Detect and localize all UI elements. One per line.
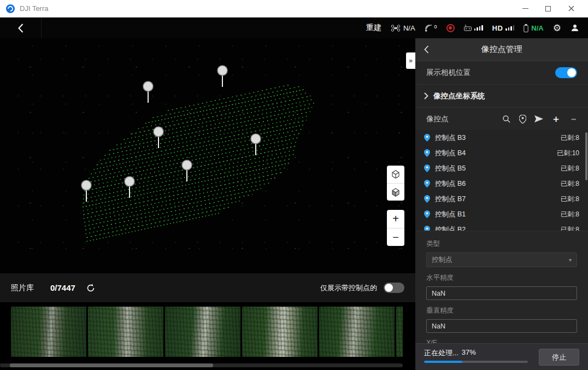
map-3d-viewport[interactable]: » + −	[0, 38, 415, 273]
photo-thumbnail[interactable]	[242, 307, 317, 357]
gcp-name: 控制点 B7	[435, 195, 466, 204]
show-camera-position-toggle[interactable]	[555, 67, 577, 78]
show-camera-position-row: 展示相机位置	[415, 61, 588, 85]
aircraft-status: N/A	[391, 24, 415, 32]
refresh-icon	[86, 284, 95, 292]
gcp-marker[interactable]	[154, 127, 163, 148]
gcp-list-scrollbar[interactable]	[585, 132, 587, 180]
gcp-list-item[interactable]: 控制点 B5 已刺:8	[415, 161, 588, 176]
gcp-toolbar-row: 像控点 ＋ －	[415, 108, 588, 130]
pin-icon	[424, 165, 430, 172]
zoom-out-button[interactable]: −	[387, 228, 404, 246]
gcp-list-item[interactable]: 控制点 B4 已刺:10	[415, 145, 588, 161]
panel-collapse-button[interactable]: »	[406, 52, 415, 69]
stop-button[interactable]: 停止	[539, 349, 579, 366]
photo-thumbnail[interactable]	[165, 307, 240, 357]
gcp-name: 控制点 B5	[435, 164, 466, 173]
processing-status-bar: 正在处理... 37% 停止	[415, 343, 588, 370]
rebuild-button[interactable]: 重建	[366, 23, 381, 33]
user-profile-icon[interactable]	[571, 24, 579, 32]
gcp-name: 控制点 B4	[435, 149, 466, 158]
settings-gear-icon[interactable]: ⚙	[553, 22, 561, 34]
thumbnail-scrollbar[interactable]	[0, 363, 403, 367]
gcp-list-item[interactable]: 控制点 B2 已刺:8	[415, 222, 588, 231]
toolbar-status-cluster: 重建 N/A 0	[366, 22, 588, 34]
gcp-list: 控制点 B3 已刺:8 控制点 B4 已刺:10 控制点 B5 已刺:8 控制点…	[415, 130, 588, 231]
remote-controller-icon	[464, 25, 472, 31]
remove-gcp-button[interactable]: －	[569, 114, 578, 124]
horizontal-accuracy-label: 水平精度	[426, 273, 577, 283]
photo-library-label: 照片库	[11, 283, 34, 293]
gcp-name: 控制点 B2	[435, 225, 466, 231]
gcp-marker[interactable]	[217, 66, 227, 87]
aircraft-status-value: N/A	[403, 24, 415, 32]
send-arrow-icon	[534, 115, 543, 122]
cube-solid-icon	[391, 188, 400, 197]
gcp-marker[interactable]	[81, 180, 91, 202]
battery-icon	[524, 24, 528, 32]
gcp-marker[interactable]	[251, 134, 261, 155]
hd-transmission-status: HD	[492, 24, 515, 32]
photo-thumbnails	[11, 307, 403, 357]
chevron-right-icon	[424, 92, 428, 99]
coordinate-system-label: 像控点坐标系统	[433, 91, 485, 101]
filter-gcp-only-toggle[interactable]	[384, 283, 404, 293]
zoom-to-gcp-button[interactable]	[502, 115, 511, 124]
horizontal-accuracy-field[interactable]: NaN	[426, 286, 577, 300]
thumbnail-strip-area	[0, 302, 415, 370]
export-gcp-button[interactable]	[534, 115, 543, 122]
gcp-list-item[interactable]: 控制点 B6 已刺:8	[415, 176, 588, 191]
gcp-name: 控制点 B3	[435, 133, 466, 143]
photo-thumbnail[interactable]	[396, 307, 403, 357]
add-gcp-button[interactable]: ＋	[551, 114, 561, 124]
type-label: 类型	[426, 239, 577, 249]
panel-back-button[interactable]	[424, 45, 429, 54]
view-cube-wireframe-button[interactable]	[387, 166, 404, 183]
pin-icon	[424, 134, 430, 142]
top-toolbar: 重建 N/A 0	[0, 17, 588, 38]
type-dropdown[interactable]: 控制点 ▾	[426, 252, 577, 267]
pin-icon	[424, 226, 430, 231]
photo-thumbnail[interactable]	[11, 307, 86, 357]
hd-signal-bars-icon	[505, 25, 514, 31]
refresh-button[interactable]	[86, 284, 95, 292]
window-controls	[514, 0, 583, 17]
coordinate-system-section[interactable]: 像控点坐标系统	[415, 85, 588, 108]
gcp-management-panel: 像控点管理 展示相机位置 像控点坐标系统 像控点	[415, 38, 588, 370]
maximize-button[interactable]	[537, 0, 560, 17]
zoom-controls: + −	[387, 210, 404, 246]
close-button[interactable]	[560, 0, 583, 17]
xe-coordinate-label: X/E	[426, 339, 577, 343]
close-icon	[568, 5, 574, 11]
vertical-accuracy-value: NaN	[432, 322, 445, 330]
gcp-name: 控制点 B1	[435, 210, 466, 219]
gcp-marker[interactable]	[182, 160, 192, 181]
zoom-in-button[interactable]: +	[387, 210, 404, 228]
record-status-icon	[446, 24, 455, 32]
gcp-marker[interactable]	[143, 81, 153, 103]
horizontal-accuracy-value: NaN	[432, 290, 445, 297]
locate-gcp-button[interactable]	[519, 115, 526, 124]
gcp-marked-count: 已刺:8	[561, 195, 579, 204]
gcp-marked-count: 已刺:8	[561, 164, 579, 173]
gcp-list-item[interactable]: 控制点 B3 已刺:8	[415, 130, 588, 145]
view-cube-solid-button[interactable]	[387, 183, 404, 201]
gcp-list-item[interactable]: 控制点 B7 已刺:8	[415, 191, 588, 207]
show-camera-position-label: 展示相机位置	[426, 68, 471, 78]
vertical-accuracy-field[interactable]: NaN	[426, 319, 577, 333]
gcp-markers-layer	[81, 66, 261, 202]
photo-thumbnail[interactable]	[319, 307, 395, 357]
gcp-marked-count: 已刺:8	[561, 133, 579, 143]
back-button[interactable]	[0, 17, 42, 38]
gcp-marked-count: 已刺:10	[557, 149, 579, 158]
dji-terra-logo-icon	[5, 4, 15, 14]
photo-thumbnail[interactable]	[88, 307, 163, 357]
gcp-marker[interactable]	[125, 177, 134, 198]
type-value: 控制点	[432, 255, 452, 265]
pin-icon	[424, 149, 430, 157]
gcp-list-item[interactable]: 控制点 B1 已刺:8	[415, 207, 588, 222]
photo-count: 0/7447	[50, 283, 75, 292]
minimize-button[interactable]	[514, 0, 537, 17]
thumbnail-scrollbar-thumb[interactable]	[10, 363, 213, 367]
map-pin-icon	[519, 115, 526, 124]
